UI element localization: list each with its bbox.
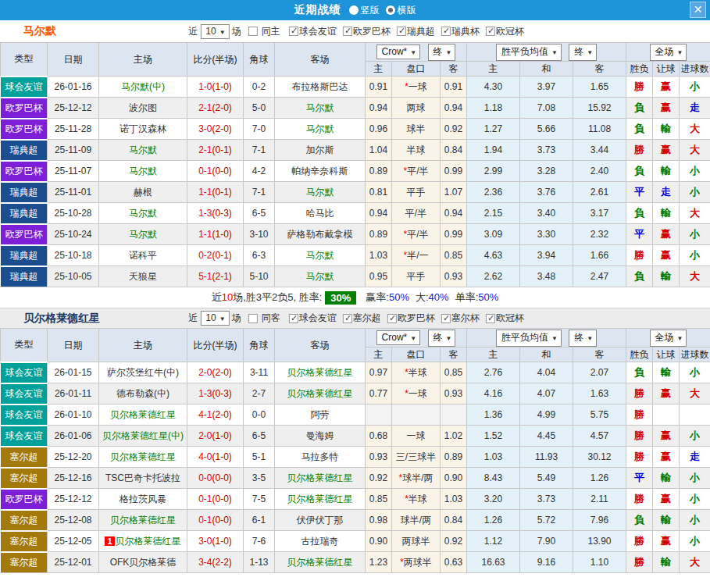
result-goals: 大	[680, 119, 710, 140]
avg-away-odds: 4.57	[573, 426, 626, 447]
chevron-down-icon: ▼	[587, 49, 593, 56]
league-badge: 瑞典超	[1, 140, 48, 161]
same-away-checkbox[interactable]	[248, 314, 258, 323]
same-home-checkbox[interactable]	[248, 27, 258, 36]
result-winlose: 負	[626, 119, 653, 140]
odds-home: 0.85	[366, 489, 392, 510]
avg-draw-odds: 9.16	[520, 552, 573, 573]
avg-draw-odds: 4.45	[520, 426, 573, 447]
odds-source-select[interactable]: Crow*▼	[376, 45, 421, 59]
avg-away-odds: 30.12	[573, 447, 626, 468]
league-badge: 欧罗巴杯	[1, 98, 48, 119]
games-count-select[interactable]: 10▼	[200, 24, 229, 39]
fulltime-select[interactable]: 全场▼	[650, 330, 687, 347]
league-checkbox[interactable]	[441, 314, 451, 323]
league-checkbox[interactable]	[441, 27, 451, 36]
match-row: 球会友谊26-01-10贝尔格莱德红星4-1(2-0)0-0阿劳1.364.99…	[1, 404, 710, 426]
league-label: 欧冠杯	[496, 25, 524, 38]
col-header-avg-draw: 和	[520, 62, 573, 77]
league-badge: 瑞典超	[1, 266, 48, 287]
result-goals: 小	[680, 531, 710, 552]
league-checkbox[interactable]	[289, 27, 298, 36]
radio-vertical[interactable]	[349, 5, 359, 15]
avg-away-odds: 1.63	[573, 383, 626, 404]
team1-summary: 近10场,胜3平2负5, 胜率: 30% 赢率:50% 大:40% 单率:50%	[0, 287, 710, 308]
avg-home-odds: 1.12	[467, 531, 520, 552]
league-badge: 塞尔超	[1, 531, 48, 552]
odds-away: 0.93	[441, 266, 467, 287]
league-checkbox[interactable]	[397, 27, 406, 36]
handicap-line: *球半/两	[392, 468, 441, 489]
odds-away: 0.94	[441, 98, 467, 119]
games-count-select[interactable]: 10▼	[200, 311, 229, 326]
handicap-line: 球半/两	[392, 510, 441, 531]
team1-name: 马尔默	[23, 24, 56, 38]
match-row: 塞尔超25-12-16TSC巴奇卡托波拉0-0(0-0)3-5贝尔格莱德红星0.…	[1, 468, 710, 489]
avg-home-odds: 3.09	[467, 224, 520, 245]
odds-home: 1.04	[366, 140, 392, 161]
home-team: 天狼星	[99, 266, 187, 287]
home-team: 1贝尔格莱德红星	[99, 531, 187, 552]
home-team: 格拉茨风暴	[99, 489, 187, 510]
match-date: 26-01-06	[48, 426, 99, 447]
home-team: 波尔图	[99, 98, 187, 119]
result-goals: 小	[680, 224, 710, 245]
final-select[interactable]: 终▼	[569, 44, 597, 61]
col-header-result-wl: 胜负	[626, 62, 653, 77]
league-checkbox[interactable]	[486, 27, 495, 36]
result-handicap: 赢	[653, 140, 680, 161]
result-winlose: 平	[626, 468, 653, 489]
corner-score: 0-2	[244, 77, 275, 98]
league-label: 球会友谊	[299, 25, 337, 38]
match-row: 欧罗巴杯25-12-12波尔图2-1(2-0)5-0马尔默0.94两球0.941…	[1, 98, 710, 119]
avg-select[interactable]: 胜平负均值▼	[496, 330, 562, 347]
odds-home: 0.77	[366, 383, 392, 404]
league-checkbox[interactable]	[486, 314, 495, 323]
close-button[interactable]: ✕	[690, 2, 706, 18]
same-away-label: 同客	[262, 312, 280, 325]
odds-home: 0.90	[366, 531, 392, 552]
avg-draw-odds: 4.99	[520, 404, 573, 426]
odds-source-select[interactable]: Crow*▼	[376, 330, 421, 345]
avg-dropdown-cell: 胜平负均值▼ 终▼	[467, 43, 626, 62]
handicap-line: *半球	[392, 362, 441, 383]
match-date: 26-01-15	[48, 362, 99, 383]
rank-badge: 1	[105, 536, 114, 546]
radio-horizontal[interactable]	[386, 5, 395, 15]
avg-home-odds: 2.36	[467, 182, 520, 203]
odds-away: 1.03	[441, 489, 467, 510]
col-header-corner: 角球	[244, 329, 275, 362]
home-team: 马尔默	[99, 140, 187, 161]
handicap-line: *一球	[392, 77, 441, 98]
avg-away-odds: 3.44	[573, 140, 626, 161]
avg-select[interactable]: 胜平负均值▼	[496, 44, 562, 61]
chevron-down-icon: ▼	[587, 335, 593, 342]
odds-home: 0.96	[366, 119, 392, 140]
result-winlose: 負	[626, 161, 653, 182]
odds-home: 0.97	[366, 362, 392, 383]
league-checkbox[interactable]	[289, 314, 298, 323]
avg-draw-odds: 3.94	[520, 245, 573, 266]
match-date: 25-11-01	[48, 182, 99, 203]
corner-score: 1-13	[244, 552, 275, 573]
fulltime-select[interactable]: 全场▼	[650, 44, 687, 61]
avg-home-odds: 2.76	[467, 362, 520, 383]
home-team: 赫根	[99, 182, 187, 203]
away-team: 萨格勒布戴拿模	[275, 224, 366, 245]
avg-away-odds: 13.90	[573, 531, 626, 552]
col-header-avg-home: 主	[467, 62, 520, 77]
match-row: 欧罗巴杯25-11-07马尔默0-1(0-0)4-2帕纳辛奈科斯0.89*平/半…	[1, 161, 710, 182]
final-select[interactable]: 终▼	[428, 44, 456, 61]
col-header-odds-home: 主	[366, 347, 392, 362]
result-handicap: 輸	[653, 362, 680, 383]
league-checkbox[interactable]	[343, 27, 352, 36]
same-home-label: 同主	[262, 25, 280, 38]
final-select[interactable]: 终▼	[428, 330, 456, 347]
match-date: 25-12-20	[48, 447, 99, 468]
league-checkbox[interactable]	[387, 314, 397, 323]
corner-score: 3-10	[244, 224, 275, 245]
league-checkbox[interactable]	[343, 314, 352, 323]
avg-home-odds: 4.63	[467, 245, 520, 266]
matches-label: 场	[232, 312, 241, 325]
final-select[interactable]: 终▼	[569, 330, 597, 347]
